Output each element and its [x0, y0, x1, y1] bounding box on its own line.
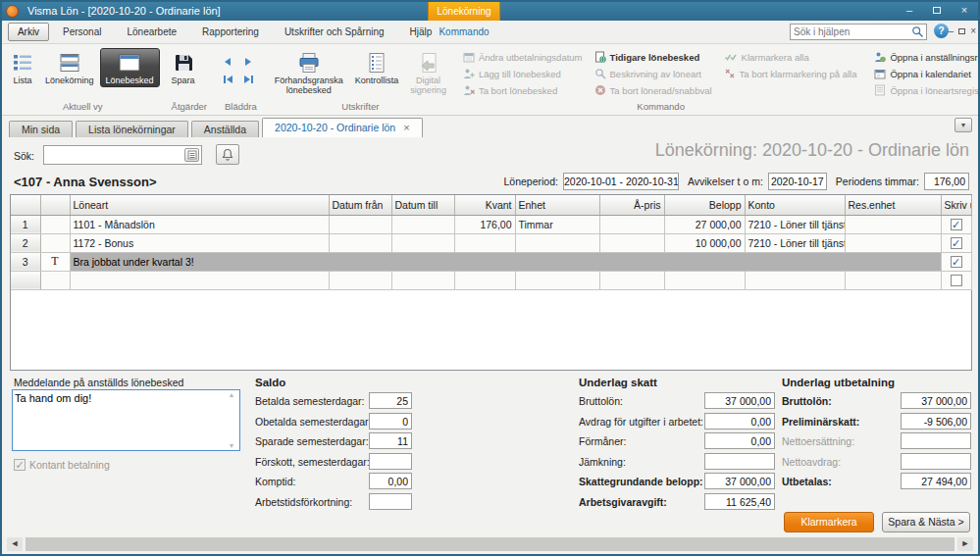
field-label: Arbetstidsförkortning:	[255, 496, 352, 508]
cell-enhet[interactable]: Timmar	[515, 215, 599, 233]
cell-belopp[interactable]: 27 000,00	[664, 215, 745, 233]
first-button[interactable]	[219, 72, 236, 86]
menu-personal[interactable]: Personal	[63, 26, 101, 37]
notify-button[interactable]	[216, 144, 239, 165]
skatt-bruttolon-field[interactable]	[704, 392, 775, 409]
uncheck-all-icon	[724, 68, 736, 79]
cell-message-text[interactable]: Bra jobbat under kvartal 3!	[70, 252, 941, 271]
text-row-flag[interactable]: T	[40, 252, 70, 271]
scrollbar-thumb[interactable]	[26, 537, 954, 551]
komptid-field[interactable]	[369, 473, 412, 489]
tab-active-lonekorning[interactable]: 2020-10-20 - Ordinarie lön ×	[262, 118, 423, 137]
formaner-field[interactable]	[704, 432, 775, 449]
avvikelser-field[interactable]	[768, 173, 827, 190]
utbetalas-field[interactable]	[901, 473, 971, 489]
skriv-ut-checkbox[interactable]: ✓	[951, 237, 962, 249]
scroll-up-icon[interactable]: ▲	[229, 391, 235, 398]
arbetstidsforkortning-field[interactable]	[369, 493, 412, 510]
sparade-semesterdagar-field[interactable]	[369, 432, 412, 449]
maximize-button[interactable]	[927, 4, 947, 18]
mdi-restore-button[interactable]	[958, 25, 965, 37]
avvikelser-label: Avvikelser t o m:	[688, 176, 763, 187]
tidigare-lonebesked-command[interactable]: Tidigare lönebesked	[594, 51, 712, 63]
context-tab-lonekorning[interactable]: Lönekörning	[428, 2, 500, 21]
klarmarkera-button[interactable]: Klarmarkera	[784, 512, 874, 532]
skriv-ut-checkbox[interactable]: ✓	[951, 256, 962, 268]
scroll-left-button[interactable]: ◄	[7, 537, 23, 551]
ta-bort-klarmarkering-command: Ta bort klarmarkering på alla	[724, 68, 857, 79]
mdi-minimize-button[interactable]: –	[949, 25, 954, 37]
minimize-button[interactable]: –	[900, 4, 919, 18]
oppna-kalendariet-command[interactable]: Öppna i kalendariet	[874, 68, 980, 79]
remove-row-icon	[594, 84, 606, 96]
spara-button[interactable]: Spara	[166, 48, 201, 87]
avdrag-utgifter-field[interactable]	[704, 413, 775, 430]
jamkning-field[interactable]	[704, 453, 775, 470]
preliminarskatt-field[interactable]	[901, 413, 971, 430]
last-button[interactable]	[239, 72, 257, 86]
field-label: Bruttolön:	[782, 395, 832, 407]
arrow-left-icon	[225, 58, 231, 66]
previous-button[interactable]	[219, 54, 236, 69]
help-search-input[interactable]	[794, 25, 906, 38]
search-icon[interactable]	[911, 25, 924, 40]
cell-loneart[interactable]: 1172 - Bonus	[70, 233, 329, 252]
tab-list-dropdown[interactable]: ▼	[954, 118, 972, 132]
cell-belopp[interactable]: 10 000,00	[664, 233, 745, 252]
textarea-scrollbar[interactable]: ▲ ▼	[225, 391, 238, 449]
lonebesked-view-button[interactable]: Lönebesked	[100, 48, 160, 87]
obetalda-semesterdagar-field[interactable]	[369, 413, 412, 430]
help-icon[interactable]: ?	[934, 24, 949, 38]
tab-close-icon[interactable]: ×	[403, 119, 409, 137]
lista-button[interactable]: Lista	[6, 48, 39, 87]
help-search-box[interactable]	[790, 24, 927, 40]
nettoersattning-field[interactable]	[901, 432, 971, 449]
lonekorning-view-button[interactable]: Lönekörning	[39, 48, 100, 87]
skriv-ut-checkbox[interactable]: ✓	[951, 219, 962, 230]
cell-kvant[interactable]: 176,00	[454, 215, 515, 233]
horizontal-scrollbar[interactable]: ◄ ►	[2, 536, 978, 552]
skattegrundande-belopp-field[interactable]	[704, 473, 775, 489]
close-button[interactable]: ×	[954, 4, 974, 18]
tab-anstallda[interactable]: Anställda	[191, 121, 259, 137]
next-button[interactable]	[239, 54, 257, 69]
tab-lista-lonekorningar[interactable]: Lista lönekörningar	[76, 121, 188, 137]
menu-arkiv[interactable]: Arkiv	[8, 23, 49, 41]
kontrollista-button[interactable]: Kontrollista	[349, 48, 405, 87]
utb-bruttolon-field[interactable]	[901, 392, 971, 409]
search-input[interactable]	[45, 147, 182, 163]
kontant-checkbox: ✓	[14, 459, 26, 471]
application-window: Visma Lön - [2020-10-20 - Ordinarie lön]…	[0, 0, 980, 556]
field-label: Skattegrundande belopp:	[579, 476, 703, 487]
arbetsgivaravgift-field[interactable]	[704, 493, 775, 510]
beskrivning-av-loneart-command: Beskrivning av löneart	[594, 68, 712, 79]
spara-nasta-button[interactable]: Spara & Nästa >	[882, 512, 970, 532]
loneperiod-field[interactable]	[563, 173, 679, 190]
betalda-semesterdagar-field[interactable]	[369, 392, 412, 409]
cell-loneart[interactable]: 1101 - Månadslön	[70, 215, 329, 233]
menu-rapportering[interactable]: Rapportering	[202, 26, 259, 37]
menu-lonearbete[interactable]: Lönearbete	[127, 26, 177, 37]
nettoavdrag-field[interactable]	[901, 453, 971, 470]
group-label-bladdra: Bläddra	[219, 99, 263, 115]
skriv-ut-checkbox[interactable]	[951, 275, 962, 286]
menu-kommando[interactable]: Kommando	[428, 21, 500, 43]
scroll-down-icon[interactable]: ▼	[229, 442, 235, 449]
arrow-first-icon	[227, 76, 232, 83]
mdi-close-button[interactable]: ×	[970, 25, 976, 37]
document-tab-strip: Min sida Lista lönekörningar Anställda 2…	[2, 117, 978, 137]
forhandsgranska-button[interactable]: Förhandsgranska lönebesked	[269, 48, 349, 97]
calendar-icon	[463, 51, 475, 63]
cell-konto[interactable]: 7210 - Löner till tjänste	[745, 215, 845, 233]
cell-konto[interactable]: 7210 - Löner till tjänste	[745, 233, 845, 252]
tab-min-sida[interactable]: Min sida	[9, 121, 73, 137]
saldo-title: Saldo	[255, 377, 285, 388]
message-textarea[interactable]: Ta hand om dig!	[15, 392, 223, 447]
oppna-anstallningsregistret-command[interactable]: Öppna i anställningsregistret	[874, 51, 980, 63]
forskott-semesterdagar-field[interactable]	[369, 453, 412, 470]
field-label: Obetalda semesterdagar:	[255, 416, 371, 428]
periodens-timmar-field[interactable]	[924, 173, 969, 190]
menu-utskrifter-sparning[interactable]: Utskrifter och Spårning	[284, 26, 385, 37]
search-lookup-button[interactable]	[184, 148, 199, 162]
scroll-right-button[interactable]: ►	[957, 537, 973, 551]
